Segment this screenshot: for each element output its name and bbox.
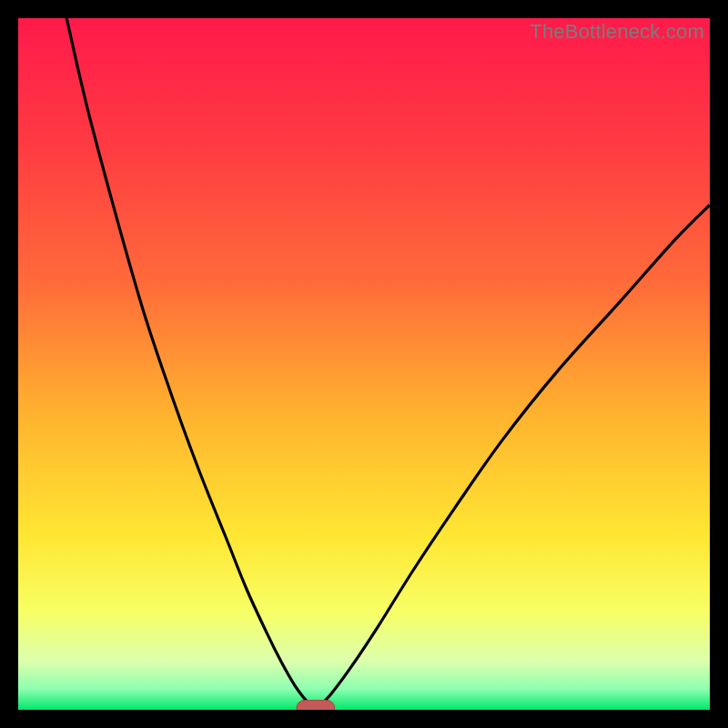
watermark-text: TheBottleneck.com	[530, 20, 704, 44]
chart-frame: TheBottleneck.com	[18, 18, 710, 710]
right-curve	[316, 205, 710, 710]
optimal-marker	[297, 701, 335, 710]
left-curve	[66, 18, 316, 710]
chart-canvas	[18, 18, 710, 710]
